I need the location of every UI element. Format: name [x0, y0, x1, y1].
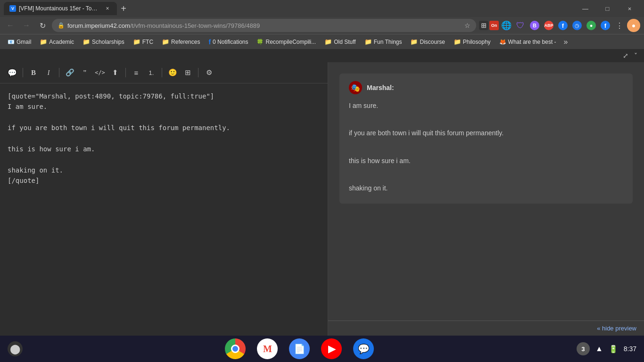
toolbar-divider-2 — [59, 68, 59, 77]
editor-area: 💬 B I 🔗 " </> ⬆ ≡ 1. 🙂 ⊞ ⚙ — [0, 62, 644, 336]
tab-bar: V [VFM] Mountainous 15er - Town... × + — [4, 2, 573, 15]
editor-line-4: this is how sure i am. — [8, 144, 320, 154]
editor-line-5: shaking on it. — [8, 165, 320, 175]
back-button[interactable]: ← — [4, 19, 17, 32]
maximize-button[interactable]: □ — [597, 2, 618, 15]
quote-button[interactable]: " — [78, 66, 91, 79]
ext-icon-2[interactable]: On — [489, 21, 499, 30]
taskbar-dot-icon[interactable]: ⬤ — [8, 341, 23, 356]
table-button[interactable]: ⊞ — [181, 66, 194, 79]
notifications-fb-icon: f — [208, 38, 211, 46]
hide-preview-button[interactable]: « hide preview — [597, 325, 636, 332]
toolbar-icon-abp[interactable]: ABP — [542, 19, 555, 32]
preview-line-5: this is how sure i am. — [349, 155, 623, 167]
quote-text: I am sure. if you are both town i will q… — [349, 100, 623, 194]
bookmark-what-are[interactable]: 🦊 What are the best - — [495, 37, 560, 47]
philosophy-folder-icon: 📁 — [454, 38, 461, 45]
gmail-app-icon[interactable]: M — [257, 338, 278, 359]
star-icon[interactable]: ☆ — [464, 22, 471, 29]
taskbar-right: 3 ▲ 🔋 8:37 — [577, 342, 636, 355]
bookmark-fun-things[interactable]: 📁 Fun Things — [361, 36, 406, 47]
what-are-icon: 🦊 — [499, 39, 506, 45]
ftc-bookmark-label: FTC — [142, 39, 153, 45]
title-bar: V [VFM] Mountainous 15er - Town... × + —… — [0, 0, 644, 17]
bookmark-notifications[interactable]: f 0 Notifications — [205, 36, 252, 48]
bookmarks-bar: 📧 Gmail 📁 Academic 📁 Scholarships 📁 FTC … — [0, 34, 644, 49]
old-stuff-folder-icon: 📁 — [324, 38, 332, 45]
minimize-button[interactable]: — — [575, 2, 596, 15]
wifi-icon: ▲ — [595, 345, 603, 353]
chat-button[interactable]: 💬 — [6, 66, 19, 79]
tab-close-button[interactable]: × — [104, 5, 111, 12]
omnibox[interactable]: 🔒 forum.imperium42.com/t/vfm-mountainous… — [52, 19, 476, 32]
preview-line-7: shaking on it. — [349, 182, 623, 194]
editor-pane: 💬 B I 🔗 " </> ⬆ ≡ 1. 🙂 ⊞ ⚙ — [0, 62, 328, 336]
toolbar-icon-ext-menu[interactable]: ⋮ — [613, 19, 626, 32]
numbered-list-button[interactable]: 1. — [145, 66, 158, 79]
bookmark-ftc[interactable]: 📁 FTC — [129, 36, 157, 47]
italic-button[interactable]: I — [42, 66, 55, 79]
window-controls: — □ × — [575, 2, 640, 15]
forward-button[interactable]: → — [20, 19, 33, 32]
toolbar-divider-5 — [198, 68, 198, 77]
docs-app-icon[interactable]: 📄 — [289, 338, 310, 359]
new-tab-button[interactable]: + — [117, 2, 130, 15]
toolbar-icon-clock[interactable]: ◷ — [570, 19, 584, 32]
youtube-app-icon[interactable]: ▶ — [321, 338, 342, 359]
bookmark-scholarships[interactable]: 📁 Scholarships — [79, 36, 128, 47]
youtube-icon: ▶ — [328, 343, 335, 354]
bold-button[interactable]: B — [27, 66, 40, 79]
upload-button[interactable]: ⬆ — [108, 66, 122, 79]
bookmark-old-stuff[interactable]: 📁 Old Stuff — [321, 36, 359, 47]
bookmark-academic[interactable]: 📁 Academic — [36, 36, 78, 47]
toolbar-icon-blue2[interactable]: f — [599, 19, 612, 32]
bookmarks-more-button[interactable]: » — [561, 36, 571, 48]
editor-line-2: I am sure. — [8, 101, 320, 112]
toolbar-icon-5[interactable]: B — [528, 19, 541, 32]
code-button[interactable]: </> — [93, 66, 107, 79]
url-path: /t/vfm-mountainous-15er-town-wins/79786/… — [130, 22, 260, 29]
profile-avatar[interactable]: ● — [627, 19, 640, 32]
close-button[interactable]: × — [619, 2, 640, 15]
toolbar-divider-1 — [23, 68, 23, 77]
editor-toolbar: 💬 B I 🔗 " </> ⬆ ≡ 1. 🙂 ⊞ ⚙ — [0, 62, 328, 83]
bookmark-philosophy[interactable]: 📁 Philosophy — [450, 36, 495, 47]
toolbar-icon-4[interactable]: 🛡 — [514, 19, 527, 32]
taskbar: ⬤ M 📄 ▶ 💬 — [0, 336, 644, 362]
expand-button[interactable]: ⤢ — [620, 51, 631, 60]
editor-line-6: [/quote] — [8, 175, 320, 186]
old-stuff-bookmark-label: Old Stuff — [334, 39, 355, 45]
editor-line-3: if you are both town i will quit this fo… — [8, 123, 320, 133]
editor-body[interactable]: [quote="Marshal, post:4890, topic:79786,… — [0, 83, 328, 336]
network-badge: 3 — [577, 342, 590, 355]
content-area: ⤢ ˅ 💬 B I 🔗 " </> ⬆ ≡ — [0, 49, 644, 336]
what-are-bookmark-label: What are the best - — [508, 39, 556, 45]
link-button[interactable]: 🔗 — [63, 66, 76, 79]
bookmark-references[interactable]: 📁 References — [158, 36, 204, 47]
collapse-button[interactable]: ˅ — [631, 51, 640, 60]
top-action-bar: ⤢ ˅ — [0, 49, 644, 62]
settings-button[interactable]: ⚙ — [202, 66, 215, 79]
scholarships-folder-icon: 📁 — [83, 38, 90, 45]
notifications-bookmark-label: 0 Notifications — [213, 39, 248, 45]
messages-app-icon[interactable]: 💬 — [353, 338, 374, 359]
docs-icon: 📄 — [294, 343, 305, 354]
time-display: 8:37 — [624, 345, 636, 353]
active-tab[interactable]: V [VFM] Mountainous 15er - Town... × — [4, 2, 117, 15]
recompile-bookmark-label: RecompileCompili... — [265, 39, 316, 45]
scholarships-bookmark-label: Scholarships — [92, 39, 124, 45]
toolbar-icon-3[interactable]: 🌐 — [500, 19, 513, 32]
discourse-folder-icon: 📁 — [410, 38, 418, 45]
bullet-list-button[interactable]: ≡ — [130, 66, 143, 79]
fun-things-folder-icon: 📁 — [364, 38, 372, 45]
bookmark-recompile[interactable]: 🍀 RecompileCompili... — [253, 37, 320, 47]
emoji-button[interactable]: 🙂 — [166, 66, 179, 79]
bookmark-gmail[interactable]: 📧 Gmail — [4, 37, 35, 47]
toolbar-icon-green[interactable]: ● — [585, 19, 598, 32]
toolbar-icon-fb[interactable]: f — [556, 19, 570, 32]
refresh-button[interactable]: ↻ — [36, 19, 49, 32]
chrome-icon[interactable] — [225, 338, 246, 359]
ext-icon-1[interactable]: ⊞ — [479, 21, 488, 30]
bookmark-discourse[interactable]: 📁 Discourse — [406, 36, 448, 47]
url-domain: forum.imperium42.com — [67, 22, 130, 29]
